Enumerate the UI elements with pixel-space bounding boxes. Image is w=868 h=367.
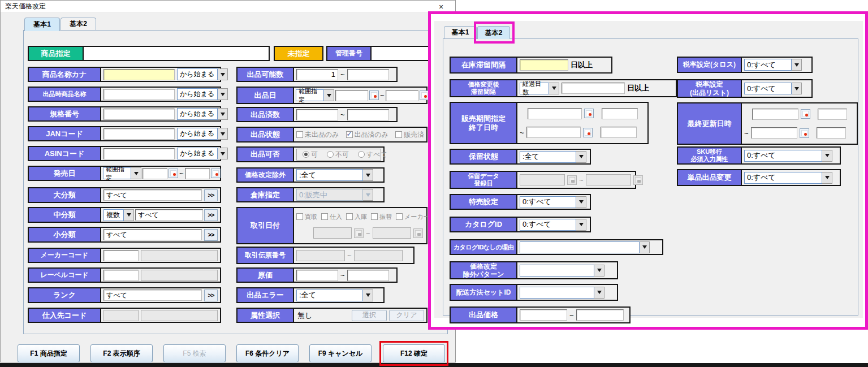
checkbox-kaitori[interactable]: 買取	[296, 213, 317, 221]
last-update-to-time-input[interactable]	[817, 127, 846, 139]
hold-status-combo[interactable]: :全て	[520, 151, 586, 163]
chevron-down-icon[interactable]	[124, 209, 134, 221]
listing-price-to-input[interactable]	[576, 309, 624, 321]
close-icon[interactable]: ×	[431, 1, 451, 12]
listed-qty-from-input[interactable]	[296, 109, 338, 120]
sellable-qty-to-input[interactable]	[347, 69, 389, 80]
checkbox-shiire[interactable]: 仕入	[321, 213, 342, 221]
sales-period-to-time-input[interactable]	[601, 127, 637, 138]
tax-talos-combo[interactable]: 0:すべて	[744, 59, 802, 71]
mgmt-number-input[interactable]	[372, 47, 435, 60]
listing-date-to-input[interactable]	[386, 90, 418, 101]
cat-mid-input[interactable]: すべて	[135, 209, 203, 221]
listed-qty-to-input[interactable]	[347, 109, 389, 120]
spec-no-input[interactable]	[103, 109, 175, 120]
range-mode-combo[interactable]: 範囲指定	[296, 89, 334, 101]
listing-date-from-input[interactable]	[335, 90, 368, 101]
checkbox-furikae[interactable]: 振替	[371, 213, 392, 221]
cat-large-input[interactable]: すべて	[103, 189, 202, 201]
checkbox-listed-only[interactable]: 出品済のみ	[346, 130, 389, 140]
radio-ok[interactable]: 可	[303, 150, 318, 159]
checkbox-icon[interactable]	[371, 213, 378, 220]
tax-listing-combo[interactable]: 0:すべて	[744, 83, 802, 94]
checkbox-icon[interactable]	[346, 213, 353, 220]
expand-button[interactable]: >>	[204, 229, 218, 241]
listing-name-input[interactable]	[103, 89, 175, 100]
last-update-to-date-input[interactable]	[751, 127, 797, 139]
checkbox-icon[interactable]	[396, 213, 403, 220]
chevron-down-icon[interactable]	[594, 287, 604, 299]
checkbox-unlisted-only[interactable]: 未出品のみ	[296, 130, 339, 140]
price-rev-exclude-combo[interactable]: :全て	[296, 169, 373, 181]
unspecified-button[interactable]: 未指定	[274, 46, 323, 61]
listing-error-combo[interactable]: :全て	[296, 290, 373, 301]
listing-price-from-input[interactable]	[520, 309, 567, 321]
chevron-down-icon[interactable]	[576, 196, 586, 208]
chevron-down-icon[interactable]	[218, 148, 228, 159]
chevron-down-icon[interactable]	[218, 108, 228, 120]
cost-from-input[interactable]	[296, 270, 338, 281]
range-mode-combo[interactable]: 範囲指定	[103, 167, 141, 179]
calendar-icon[interactable]	[584, 109, 594, 118]
cat-small-input[interactable]: すべて	[103, 229, 202, 240]
name-kana-input[interactable]	[103, 69, 175, 80]
rank-input[interactable]: すべて	[103, 290, 202, 301]
f6-clear-conditions-button[interactable]: F6 条件クリア	[236, 344, 299, 362]
attr-select-button[interactable]: 選択	[352, 310, 387, 321]
checkbox-icon[interactable]	[321, 213, 328, 220]
chevron-down-icon[interactable]	[363, 169, 373, 181]
match-type-combo[interactable]: から始まる	[177, 148, 228, 159]
chevron-down-icon[interactable]	[822, 172, 832, 184]
chevron-down-icon[interactable]	[131, 167, 141, 179]
single-listing-combo[interactable]: 0:すべて	[744, 172, 832, 184]
f2-display-order-button[interactable]: F2 表示順序	[90, 344, 153, 362]
radio-not-ok[interactable]: 不可	[327, 150, 349, 159]
last-update-from-date-input[interactable]	[752, 109, 798, 120]
calendar-icon[interactable]	[801, 109, 810, 119]
radio-selected-icon[interactable]	[303, 151, 309, 158]
chevron-down-icon[interactable]	[594, 265, 604, 277]
expand-button[interactable]: >>	[204, 189, 218, 201]
sales-period-from-time-input[interactable]	[602, 108, 638, 119]
match-type-combo[interactable]: から始まる	[177, 108, 228, 120]
match-type-combo[interactable]: から始まる	[177, 128, 228, 140]
chevron-down-icon[interactable]	[324, 89, 334, 101]
release-date-to-input[interactable]	[185, 168, 210, 179]
sales-period-from-date-input[interactable]	[528, 108, 582, 119]
special-sale-combo[interactable]: 0:すべて	[520, 196, 586, 208]
attr-clear-button[interactable]: クリア	[389, 310, 424, 321]
chevron-down-icon[interactable]	[218, 68, 228, 80]
chevron-down-icon[interactable]	[822, 150, 832, 162]
chevron-down-icon[interactable]	[792, 83, 802, 94]
asin-code-input[interactable]	[103, 148, 175, 159]
release-date-from-input[interactable]	[142, 168, 167, 179]
tab-basic2[interactable]: 基本2	[61, 18, 96, 30]
last-update-from-time-input[interactable]	[818, 109, 847, 120]
rev-exclude-pattern-combo[interactable]	[520, 265, 604, 277]
match-type-combo[interactable]: から始まる	[177, 68, 228, 80]
expand-button[interactable]: >>	[204, 290, 218, 301]
chevron-down-icon[interactable]	[218, 128, 228, 140]
f1-product-spec-button[interactable]: F1 商品指定	[18, 344, 80, 362]
checkbox-icon[interactable]	[296, 131, 303, 138]
calendar-icon[interactable]	[800, 128, 809, 138]
checkbox-sold[interactable]: 販売済	[395, 130, 424, 140]
checkbox-icon[interactable]	[296, 213, 303, 220]
checkbox-nyuko[interactable]: 入庫	[346, 213, 367, 221]
match-type-combo[interactable]: から始まる	[177, 88, 228, 100]
stock-interval-input[interactable]	[520, 59, 568, 71]
calendar-icon[interactable]	[369, 90, 379, 100]
catalog-id-combo[interactable]: 0:すべて	[520, 219, 586, 231]
maker-code-input[interactable]	[103, 250, 139, 261]
chevron-down-icon[interactable]	[576, 151, 586, 163]
chevron-down-icon[interactable]	[792, 59, 802, 71]
elapsed-days-combo[interactable]: 経過日数	[520, 83, 559, 94]
tab-basic1[interactable]: 基本1	[24, 18, 60, 31]
checkbox-checked-icon[interactable]	[346, 131, 353, 138]
chevron-down-icon[interactable]	[640, 241, 650, 253]
radio-icon[interactable]	[327, 151, 334, 158]
chevron-down-icon[interactable]	[549, 83, 559, 94]
chevron-down-icon[interactable]	[576, 219, 586, 231]
shipping-set-id-combo[interactable]	[520, 287, 604, 299]
product-spec-input[interactable]	[84, 47, 269, 60]
